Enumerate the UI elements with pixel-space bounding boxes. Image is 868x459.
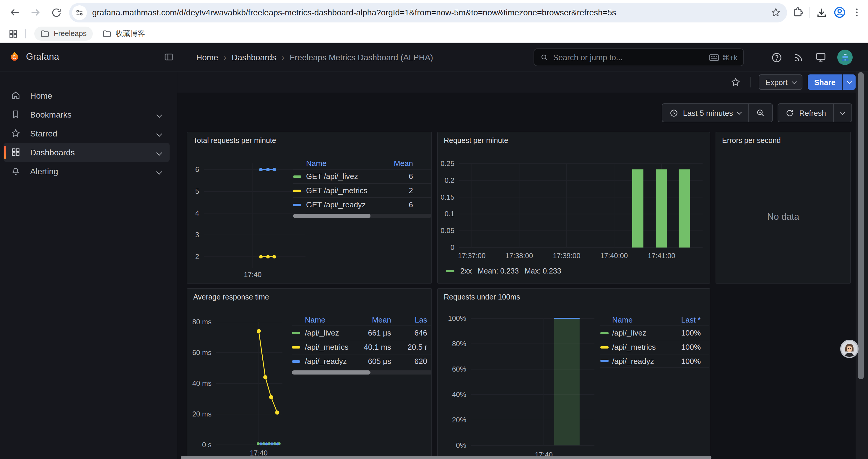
legend-row[interactable]: /api/_readyz 605 µs 620 bbox=[292, 354, 432, 368]
panel-title[interactable]: Errors per second bbox=[722, 136, 781, 145]
news-rss-icon[interactable] bbox=[793, 52, 804, 63]
apps-grid-icon[interactable] bbox=[8, 29, 18, 39]
svg-text:17:38:00: 17:38:00 bbox=[505, 252, 533, 260]
legend-row[interactable]: /api/_livez 661 µs 646 bbox=[292, 326, 432, 340]
series-name[interactable]: /api/_readyz bbox=[305, 357, 356, 366]
share-menu-button[interactable] bbox=[843, 74, 856, 90]
subheader-divider bbox=[751, 77, 751, 88]
bookmark-folder-freeleaps[interactable]: Freeleaps bbox=[34, 27, 92, 41]
user-avatar[interactable] bbox=[837, 50, 852, 65]
series-name[interactable]: /api/_readyz bbox=[612, 357, 665, 365]
series-name[interactable]: GET /api/_readyz bbox=[306, 200, 379, 209]
panel-average-response-time[interactable]: Average response time 80 ms60 ms40 ms20 … bbox=[187, 288, 432, 459]
series-mean: 661 µs bbox=[356, 328, 391, 337]
sidebar-item-dashboards[interactable]: Dashboards bbox=[4, 143, 169, 162]
legend-col-mean[interactable]: Mean bbox=[379, 159, 413, 167]
svg-text:0%: 0% bbox=[456, 441, 466, 449]
refresh-interval-button[interactable] bbox=[834, 104, 851, 122]
browser-menu-icon[interactable] bbox=[851, 7, 862, 18]
site-info-icon[interactable] bbox=[72, 5, 87, 20]
legend-col-last[interactable]: Las bbox=[391, 315, 427, 324]
chevron-down-icon[interactable] bbox=[156, 131, 162, 136]
sidebar-item-label: Starred bbox=[30, 129, 57, 138]
series-name[interactable]: GET /api/_metrics bbox=[306, 186, 379, 195]
legend-row[interactable]: GET /api/_livez 6 bbox=[293, 169, 431, 183]
grafana-logo[interactable] bbox=[8, 51, 21, 63]
assistant-avatar[interactable] bbox=[840, 340, 859, 358]
svg-text:17:39:00: 17:39:00 bbox=[553, 252, 580, 260]
time-range-picker[interactable]: Last 5 minutes bbox=[662, 104, 748, 122]
sidebar-item-bookmarks[interactable]: Bookmarks bbox=[4, 105, 169, 124]
svg-text:4: 4 bbox=[195, 209, 199, 217]
refresh-button[interactable]: Refresh bbox=[778, 104, 833, 122]
series-name[interactable]: /api/_metrics bbox=[612, 342, 665, 352]
series-name[interactable]: GET /api/_livez bbox=[306, 172, 379, 181]
legend-scrollbar[interactable] bbox=[292, 370, 432, 374]
search-icon bbox=[540, 53, 548, 61]
forward-icon[interactable] bbox=[28, 5, 43, 20]
extensions-icon[interactable] bbox=[793, 6, 804, 18]
breadcrumb: Home › Dashboards › Freeleaps Metrics Da… bbox=[196, 43, 433, 71]
legend-inline[interactable]: 2xx Mean: 0.233 Max: 0.233 bbox=[446, 267, 561, 275]
favorite-star-icon[interactable] bbox=[731, 77, 741, 88]
svg-text:100%: 100% bbox=[448, 314, 466, 322]
breadcrumb-home[interactable]: Home bbox=[196, 53, 218, 62]
series-name[interactable]: 2xx bbox=[460, 267, 472, 275]
downloads-icon[interactable] bbox=[815, 6, 828, 19]
monitor-icon[interactable] bbox=[815, 52, 827, 63]
sidebar-item-home[interactable]: Home bbox=[4, 86, 169, 105]
legend-col-name[interactable]: Name bbox=[306, 159, 379, 167]
legend-row[interactable]: GET /api/_readyz 6 bbox=[293, 197, 431, 211]
panel-requests-under-100ms[interactable]: Requests under 100ms 100%80%60%40%20%0%1… bbox=[437, 288, 710, 459]
sidebar-item-starred[interactable]: Starred bbox=[4, 124, 169, 143]
legend-col-last[interactable]: Last * bbox=[665, 315, 701, 324]
zoom-out-button[interactable] bbox=[749, 104, 773, 122]
breadcrumb-separator: › bbox=[224, 53, 226, 62]
breadcrumb-dashboards[interactable]: Dashboards bbox=[231, 53, 276, 62]
chevron-down-icon[interactable] bbox=[156, 112, 162, 118]
vertical-scrollbar-thumb[interactable] bbox=[858, 72, 864, 379]
legend-row[interactable]: /api/_metrics 100% bbox=[600, 340, 709, 354]
series-name[interactable]: /api/_livez bbox=[305, 328, 356, 337]
horizontal-scrollbar-thumb[interactable] bbox=[181, 456, 711, 459]
panel-errors-per-second[interactable]: Errors per second No data bbox=[716, 132, 851, 284]
svg-text:80 ms: 80 ms bbox=[192, 318, 212, 326]
share-button[interactable]: Share bbox=[808, 74, 842, 90]
bookmark-star-icon[interactable] bbox=[771, 7, 781, 18]
legend-scrollbar[interactable] bbox=[293, 214, 431, 218]
reload-icon[interactable] bbox=[49, 5, 64, 20]
legend-row[interactable]: /api/_livez 100% bbox=[600, 326, 709, 340]
series-name[interactable]: /api/_livez bbox=[612, 328, 665, 337]
mega-menu-toggle-icon[interactable] bbox=[164, 52, 174, 64]
legend-col-name[interactable]: Name bbox=[305, 315, 356, 324]
panel-request-per-minute[interactable]: Request per minute 0.250.20.150.10.05017… bbox=[437, 132, 710, 284]
scrollbar-thumb[interactable] bbox=[292, 370, 371, 374]
legend-col-mean[interactable]: Mean bbox=[356, 315, 391, 324]
url-text[interactable]: grafana.mathmast.com/d/deytv4rwavabkb/fr… bbox=[92, 8, 765, 17]
address-bar[interactable]: grafana.mathmast.com/d/deytv4rwavabkb/fr… bbox=[69, 3, 787, 22]
legend-row[interactable]: GET /api/_metrics 2 bbox=[293, 183, 431, 197]
search-input[interactable]: Search or jump to... ⌘+k bbox=[533, 48, 744, 66]
svg-text:17:41:00: 17:41:00 bbox=[648, 252, 675, 260]
help-icon[interactable] bbox=[771, 52, 782, 63]
svg-text:17:40: 17:40 bbox=[244, 270, 261, 278]
scrollbar-thumb[interactable] bbox=[293, 214, 370, 218]
svg-text:17:40:00: 17:40:00 bbox=[600, 252, 628, 260]
export-button[interactable]: Export bbox=[759, 74, 802, 90]
legend-row[interactable]: /api/_readyz 100% bbox=[600, 354, 709, 368]
chevron-down-icon[interactable] bbox=[156, 168, 162, 174]
chevron-down-icon[interactable] bbox=[156, 150, 162, 155]
panel-total-requests-per-minute[interactable]: Total requests per minute 6543217:40 Nam… bbox=[187, 132, 432, 284]
legend-col-name[interactable]: Name bbox=[612, 315, 665, 324]
back-icon[interactable] bbox=[7, 5, 23, 20]
active-accent-bar bbox=[4, 146, 6, 159]
svg-text:60%: 60% bbox=[452, 365, 466, 373]
series-name[interactable]: /api/_metrics bbox=[305, 342, 356, 352]
sidebar-item-alerting[interactable]: Alerting bbox=[4, 162, 169, 181]
profile-icon[interactable] bbox=[833, 6, 846, 19]
legend-row[interactable]: /api/_metrics 40.1 ms 20.5 r bbox=[292, 340, 432, 354]
refresh-group: Refresh bbox=[778, 103, 852, 122]
bookmark-folder-blogs[interactable]: 收藏博客 bbox=[96, 27, 151, 41]
series-last: 100% bbox=[665, 357, 701, 365]
series-mean: Mean: 0.233 bbox=[478, 267, 519, 275]
